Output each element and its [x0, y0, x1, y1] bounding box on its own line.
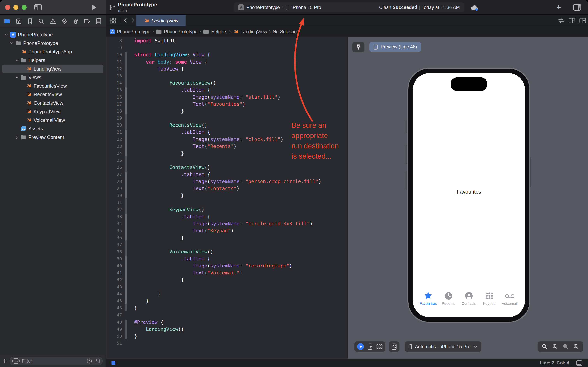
code-line-47[interactable]: 47	[106, 312, 348, 319]
sidebar-item-keypadview[interactable]: KeypadView	[2, 107, 103, 116]
zoom-window-button[interactable]	[22, 5, 27, 10]
library-add-button[interactable]: +	[556, 3, 561, 12]
reports-navigator-icon[interactable]	[95, 18, 102, 25]
code-line-40[interactable]: 40 Image(systemName: "recordingtape")	[106, 262, 348, 269]
project-navigator-icon[interactable]	[4, 18, 10, 25]
breadcrumb-item[interactable]: PhonePrototype	[156, 29, 197, 34]
breakpoints-navigator-icon[interactable]	[84, 18, 90, 25]
tab-landingview[interactable]: LandingView	[136, 15, 186, 26]
issues-navigator-icon[interactable]	[50, 18, 56, 25]
sidebar-item-favouritesview[interactable]: FavouritesView	[2, 82, 103, 90]
code-line-51[interactable]: 51	[106, 340, 348, 347]
disclosure-chevron-icon[interactable]	[9, 41, 15, 45]
code-line-36[interactable]: 36 }	[106, 234, 348, 241]
breadcrumb-item[interactable]: APhonePrototype	[110, 29, 150, 34]
breadcrumb-item[interactable]: Helpers	[203, 29, 227, 34]
phone-tab-voicemail[interactable]: Voicemail	[500, 290, 520, 312]
code-line-18[interactable]: 18 }	[106, 108, 348, 115]
preview-chip[interactable]: Preview (Line 48)	[370, 42, 421, 52]
code-line-49[interactable]: 49 LandingView()	[106, 326, 348, 333]
filter-field[interactable]: Filter	[9, 357, 103, 366]
code-line-32[interactable]: 32 KeypadView()	[106, 206, 348, 213]
go-back-icon[interactable]	[123, 17, 128, 23]
code-line-39[interactable]: 39 .tabItem {	[106, 255, 348, 262]
code-line-28[interactable]: 28 Image(systemName: "person.crop.circle…	[106, 178, 348, 185]
code-line-27[interactable]: 27 .tabItem {	[106, 171, 348, 178]
variants-mode-button[interactable]	[376, 344, 383, 350]
pin-preview-button[interactable]	[352, 42, 364, 52]
phone-tab-keypad[interactable]: Keypad	[479, 290, 500, 312]
minimize-window-button[interactable]	[13, 5, 18, 10]
code-line-13[interactable]: 13	[106, 73, 348, 80]
code-line-17[interactable]: 17 Text("Favourites")	[106, 101, 348, 108]
source-control-filter-icon[interactable]	[94, 358, 100, 364]
cloud-status-icon[interactable]	[470, 3, 479, 11]
related-items-icon[interactable]	[109, 17, 117, 24]
sidebar-item-preview-content[interactable]: Preview Content	[2, 133, 103, 142]
go-forward-icon[interactable]	[130, 17, 136, 23]
code-line-15[interactable]: 15 .tabItem {	[106, 86, 348, 93]
code-structure-icon[interactable]	[111, 361, 117, 366]
minimap-icon[interactable]	[568, 17, 576, 24]
code-line-8[interactable]: 8import SwiftUI	[106, 37, 348, 44]
code-line-38[interactable]: 38 VoicemailView()	[106, 248, 348, 255]
disclosure-chevron-icon[interactable]	[3, 33, 9, 37]
code-line-30[interactable]: 30 }	[106, 192, 348, 199]
code-line-37[interactable]: 37	[106, 241, 348, 248]
code-line-43[interactable]: 43	[106, 284, 348, 291]
code-line-44[interactable]: 44 }	[106, 291, 348, 298]
breadcrumb-item[interactable]: No Selection	[273, 29, 299, 34]
disclosure-chevron-icon[interactable]	[14, 135, 20, 139]
code-line-33[interactable]: 33 .tabItem {	[106, 213, 348, 220]
sidebar-item-voicemailview[interactable]: VoicemailView	[2, 116, 103, 125]
sidebar-item-phoneprototypeapp[interactable]: PhonePrototypeApp	[2, 47, 103, 56]
build-status[interactable]: Clean Succeeded|Today at 11:36 AM	[379, 5, 460, 10]
live-preview-button[interactable]	[357, 343, 364, 350]
code-line-46[interactable]: 46}	[106, 305, 348, 312]
device-settings-button[interactable]	[391, 343, 397, 350]
disclosure-chevron-icon[interactable]	[14, 75, 20, 79]
code-line-9[interactable]: 9	[106, 44, 348, 51]
split-editor-icon[interactable]	[579, 17, 587, 24]
code-line-48[interactable]: 48#Preview {	[106, 319, 348, 326]
swap-editor-icon[interactable]	[558, 17, 565, 24]
zoom-in-button[interactable]	[573, 343, 579, 350]
bookmarks-navigator-icon[interactable]	[27, 18, 34, 25]
sidebar-item-phoneprototype[interactable]: APhonePrototype	[2, 30, 103, 39]
selectable-mode-button[interactable]	[367, 343, 373, 350]
tests-navigator-icon[interactable]	[61, 18, 68, 25]
toggle-left-sidebar-icon[interactable]	[34, 4, 42, 10]
filter-menu-icon[interactable]	[12, 358, 20, 364]
scheme-selector[interactable]: A PhonePrototype 〉 iPhone 15 Pro Clean S…	[234, 2, 464, 12]
code-line-41[interactable]: 41 Text("Voicemail")	[106, 269, 348, 276]
code-line-11[interactable]: 11 var body: some View {	[106, 58, 348, 66]
run-destination-label[interactable]: iPhone 15 Pro	[292, 5, 321, 10]
preview-device-selector[interactable]: Automatic – iPhone 15 Pro	[405, 341, 481, 352]
code-line-45[interactable]: 45 }	[106, 298, 348, 305]
debug-navigator-icon[interactable]	[73, 18, 79, 25]
sidebar-item-recentsview[interactable]: RecentsView	[2, 90, 103, 99]
zoom-100-button[interactable]: 1	[552, 343, 558, 350]
code-editor[interactable]: 8import SwiftUI910struct LandingView: Vi…	[106, 37, 348, 359]
sidebar-item-landingview[interactable]: LandingView	[2, 65, 103, 73]
code-line-16[interactable]: 16 Image(systemName: "star.fill")	[106, 94, 348, 101]
sidebar-item-phoneprototype[interactable]: PhonePrototype	[2, 39, 103, 47]
sidebar-item-views[interactable]: Views	[2, 73, 103, 82]
editor-layout-icon[interactable]	[576, 360, 583, 367]
close-window-button[interactable]	[5, 5, 10, 10]
sidebar-item-contactsview[interactable]: ContactsView	[2, 99, 103, 107]
run-button[interactable]	[91, 4, 97, 10]
recent-files-filter-icon[interactable]	[86, 358, 92, 364]
sidebar-item-helpers[interactable]: Helpers	[2, 56, 103, 65]
code-line-29[interactable]: 29 Text("Contacts")	[106, 185, 348, 192]
code-line-31[interactable]: 31	[106, 199, 348, 206]
code-line-34[interactable]: 34 Image(systemName: "circle.grid.3x3.fi…	[106, 220, 348, 227]
add-file-button[interactable]: +	[3, 357, 7, 365]
code-line-14[interactable]: 14 FavouritesView()	[106, 80, 348, 86]
sidebar-item-assets[interactable]: Assets	[2, 125, 103, 133]
code-line-26[interactable]: 26 ContactsView()	[106, 164, 348, 171]
zoom-fit-button[interactable]	[563, 343, 569, 350]
code-line-12[interactable]: 12 TabView {	[106, 66, 348, 73]
phone-tab-favourites[interactable]: Favourites	[418, 290, 438, 312]
code-line-42[interactable]: 42 }	[106, 276, 348, 284]
